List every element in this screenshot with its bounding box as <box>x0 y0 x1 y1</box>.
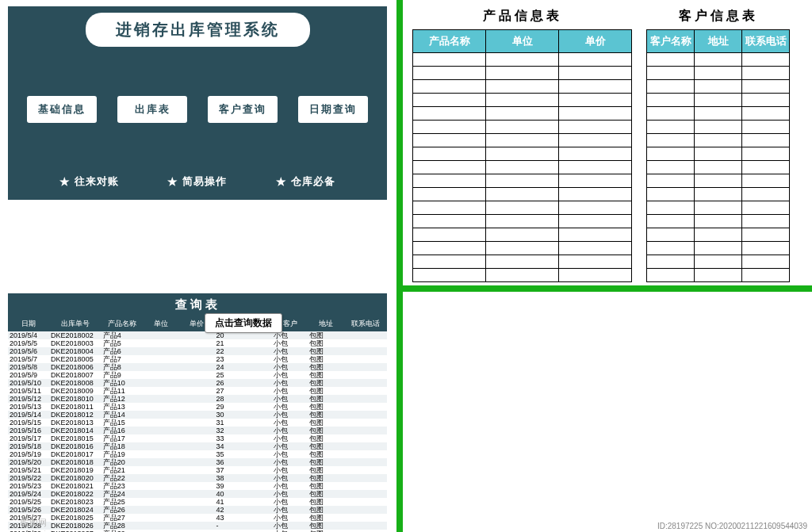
panel-features: ★往来对账 ★简易操作 ★仓库必备 <box>19 171 376 195</box>
star-icon: ★ <box>167 175 178 188</box>
product-table: 产品名称单位单价 <box>412 29 632 282</box>
table-row <box>647 107 790 121</box>
table-header: 产品名称 <box>102 316 143 331</box>
table-row <box>413 80 632 94</box>
table-row <box>413 269 632 282</box>
table-row: 2019/5/25DKE2018023产品2541小包包图 <box>8 498 387 506</box>
btn-basic-info[interactable]: 基础信息 <box>27 96 97 123</box>
table-row <box>647 228 790 242</box>
table-row <box>647 67 790 80</box>
query-area: 查询表 点击查询数据 日期出库单号产品名称单位单价支客户地址联系电话 2019/… <box>8 293 387 532</box>
table-row: 2019/5/19DKE2018017产品1935小包包图 <box>8 450 387 458</box>
table-row <box>413 201 632 215</box>
feature-2: ★简易操作 <box>167 174 227 189</box>
product-info-block: 产品信息表 产品名称单位单价 <box>412 6 632 282</box>
table-row: 2019/5/13DKE2018011产品1329小包包图 <box>8 403 387 411</box>
table-row <box>647 80 790 94</box>
feature-1: ★往来对账 <box>59 174 119 189</box>
table-row <box>413 255 632 269</box>
btn-customer-query[interactable]: 客户查询 <box>208 96 278 123</box>
table-row: 2019/5/11DKE2018009产品1127小包包图 <box>8 387 387 395</box>
table-row: 2019/5/6DKE2018004产品622小包包图 <box>8 347 387 355</box>
table-row: 2019/5/7DKE2018005产品723小包包图 <box>8 355 387 363</box>
table-header: 客户名称 <box>647 30 695 53</box>
table-row: 2019/5/16DKE2018014产品1632小包包图 <box>8 427 387 434</box>
table-header: 单位 <box>486 30 559 53</box>
table-row <box>413 94 632 107</box>
table-row <box>413 147 632 161</box>
table-header: 产品名称 <box>413 30 486 53</box>
table-row: 2019/5/17DKE2018015产品1733小包包图 <box>8 434 387 442</box>
table-row: 2019/5/28DKE2018026产品28-小包包图 <box>8 522 387 530</box>
table-row: 2019/5/27DKE2018025产品2743小包包图 <box>8 514 387 522</box>
table-row <box>647 188 790 201</box>
table-row <box>647 255 790 269</box>
query-table: 日期出库单号产品名称单位单价支客户地址联系电话 2019/5/4DKE20180… <box>8 316 387 532</box>
table-row <box>413 161 632 174</box>
panel-title: 进销存出库管理系统 <box>86 13 310 47</box>
table-row <box>647 161 790 174</box>
table-row: 2019/5/15DKE2018013产品1531小包包图 <box>8 419 387 427</box>
table-header: 联系电话 <box>742 30 790 53</box>
customer-info-block: 客户信息表 客户名称地址联系电话 <box>646 6 790 282</box>
watermark-line1: 昵图网 <box>21 517 47 529</box>
query-title: 查询表 <box>8 293 387 316</box>
table-header: 地址 <box>308 316 343 331</box>
table-row <box>413 228 632 242</box>
table-header: 地址 <box>695 30 742 53</box>
table-header: 联系电话 <box>344 316 387 331</box>
main-panel: 进销存出库管理系统 基础信息 出库表 客户查询 日期查询 ★往来对账 ★简易操作… <box>8 6 387 200</box>
table-row: 2019/5/4DKE2018002产品420小包包图 <box>8 331 387 339</box>
star-icon: ★ <box>276 175 287 188</box>
table-row <box>413 67 632 80</box>
table-row: 2019/5/24DKE2018022产品2440小包包图 <box>8 490 387 498</box>
table-header: 单价 <box>559 30 632 53</box>
footer-id: ID:28197225 NO:20200211221609544039 <box>657 522 807 530</box>
table-row: 2019/5/5DKE2018003产品521小包包图 <box>8 339 387 347</box>
table-header: 日期 <box>8 316 49 331</box>
table-row <box>413 107 632 121</box>
table-header: 出库单号 <box>49 316 102 331</box>
table-row <box>413 215 632 228</box>
table-row <box>647 121 790 134</box>
table-row: 2019/5/18DKE2018016产品1834小包包图 <box>8 442 387 450</box>
table-row: 2019/5/26DKE2018024产品2642小包包图 <box>8 506 387 514</box>
table-header: 单位 <box>143 316 178 331</box>
customer-table-title: 客户信息表 <box>646 6 790 29</box>
table-row: 2019/5/8DKE2018006产品824小包包图 <box>8 363 387 371</box>
table-row: 2019/5/9DKE2018007产品925小包包图 <box>8 371 387 379</box>
btn-date-query[interactable]: 日期查询 <box>298 96 368 123</box>
table-row <box>647 242 790 255</box>
table-row <box>413 53 632 67</box>
product-table-title: 产品信息表 <box>412 6 632 29</box>
table-row: 2019/5/21DKE2018019产品2137小包包图 <box>8 466 387 474</box>
panel-buttons: 基础信息 出库表 客户查询 日期查询 <box>19 96 376 123</box>
table-row <box>413 242 632 255</box>
table-row <box>647 134 790 147</box>
feature-3: ★仓库必备 <box>276 174 335 189</box>
table-row <box>413 121 632 134</box>
table-row <box>647 53 790 67</box>
table-row: 2019/5/10DKE2018008产品1026小包包图 <box>8 379 387 387</box>
table-row <box>413 188 632 201</box>
table-row <box>647 147 790 161</box>
customer-table: 客户名称地址联系电话 <box>646 29 790 282</box>
table-row: 2019/5/20DKE2018018产品2036小包包图 <box>8 458 387 466</box>
info-tables-area: 产品信息表 产品名称单位单价 客户信息表 客户名称地址联系电话 <box>412 6 806 282</box>
table-row <box>647 215 790 228</box>
table-row: 2019/5/14DKE2018012产品1430小包包图 <box>8 411 387 419</box>
table-row <box>647 94 790 107</box>
table-row: 2019/5/12DKE2018010产品1228小包包图 <box>8 395 387 403</box>
table-row <box>413 134 632 147</box>
table-row <box>647 201 790 215</box>
query-data-button[interactable]: 点击查询数据 <box>205 313 282 333</box>
table-row <box>647 174 790 188</box>
table-row: 2019/5/22DKE2018020产品2238小包包图 <box>8 474 387 482</box>
table-row: 2019/5/23DKE2018021产品2339小包包图 <box>8 482 387 490</box>
divider-vertical <box>396 0 403 532</box>
table-row <box>413 174 632 188</box>
star-icon: ★ <box>59 175 71 188</box>
table-row <box>647 269 790 282</box>
btn-outbound[interactable]: 出库表 <box>117 96 187 123</box>
divider-horizontal <box>396 285 812 292</box>
